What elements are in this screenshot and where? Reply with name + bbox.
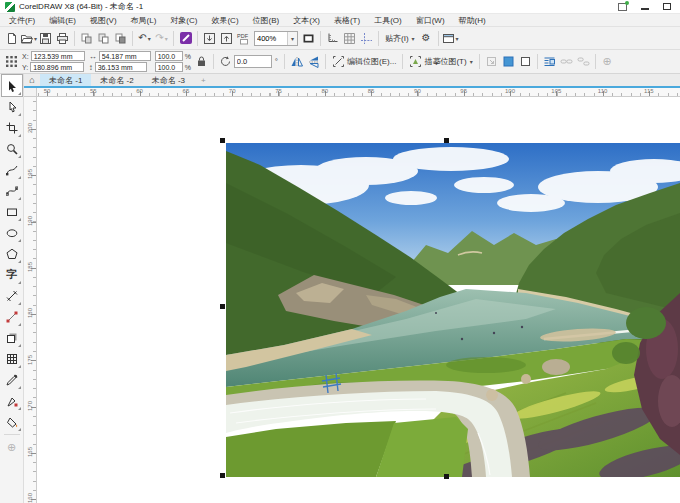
snap-to-button[interactable]: 贴齐(I)▾ [382,33,418,44]
vertical-ruler[interactable]: 200195190185180175170165160 [24,97,37,503]
edit-bitmap-button[interactable]: 编辑位图(E)... [329,55,399,68]
shape-tool[interactable] [2,96,22,117]
minimize-button[interactable] [641,8,649,10]
menu-item[interactable]: 视图(V) [83,15,124,26]
selection-handle[interactable] [220,138,225,143]
corel-logo-icon [5,2,15,12]
dropdown-icon: ▾ [148,35,151,42]
new-tab-button[interactable]: + [194,74,213,86]
save-button[interactable] [37,29,54,47]
zoom-level-combo[interactable]: ▾ [254,31,298,46]
document-tab[interactable]: 未命名 -2 [91,74,142,86]
color-eyedropper-tool[interactable] [2,369,22,390]
paste-icon [114,32,127,45]
application-launcher-button[interactable]: ▾ [442,29,459,47]
home-tab-button[interactable]: ⌂ [24,74,40,86]
rectangle-tool[interactable] [2,201,22,222]
scale-v-input[interactable] [155,62,183,72]
text-tool-icon: 字 [6,267,17,282]
ruler-origin-corner[interactable] [24,88,37,97]
mirror-horizontal-button[interactable] [288,53,305,71]
trace-bitmap-button[interactable]: 描摹位图(T)▾ [406,55,475,68]
group-objects-button[interactable] [558,53,575,71]
pick-tool-icon [6,80,18,92]
redo-icon: ↷ [155,33,163,43]
menu-item[interactable]: 布局(L) [124,15,164,26]
show-guidelines-button[interactable] [358,29,375,47]
lock-ratio-button[interactable] [193,53,210,71]
export-button[interactable] [218,29,235,47]
selection-handle[interactable] [444,474,449,479]
resample-button[interactable] [483,53,500,71]
polygon-tool[interactable] [2,243,22,264]
menu-item[interactable]: 对象(C) [163,15,204,26]
bitmap-frame-button[interactable] [517,53,534,71]
pick-tool[interactable] [2,75,22,96]
bitmap-mask-button[interactable] [500,53,517,71]
freehand-tool[interactable] [2,159,22,180]
redo-button[interactable]: ↷▾ [153,29,170,47]
options-button[interactable]: ⚙ [418,29,435,47]
object-width-input[interactable] [99,51,151,61]
menu-item[interactable]: 效果(C) [204,15,245,26]
copy-button[interactable] [95,29,112,47]
open-advanced-settings-button[interactable]: ⊕ [599,53,616,71]
mirror-vertical-button[interactable] [305,53,322,71]
menu-item[interactable]: 位图(B) [246,15,287,26]
y-position-input[interactable] [30,62,84,72]
bitmap-image[interactable] [226,143,680,477]
selection-handle[interactable] [220,473,225,478]
b-spline-tool-icon [6,185,18,197]
menu-item[interactable]: 文本(X) [286,15,327,26]
document-tab[interactable]: 未命名 -1 [40,74,91,86]
parallel-dimension-tool[interactable] [2,285,22,306]
import-icon [203,32,216,45]
publish-pdf-button[interactable]: PDF [235,29,252,47]
menu-item[interactable]: 窗口(W) [409,15,452,26]
zoom-tool[interactable] [2,138,22,159]
rotation-angle-input[interactable] [234,55,272,68]
object-height-input[interactable] [95,62,147,72]
customize-toolbox-button[interactable]: ⊕ [2,437,22,458]
cut-button[interactable] [78,29,95,47]
x-position-input[interactable] [31,51,85,61]
import-button[interactable] [201,29,218,47]
pdf-icon: PDF [236,32,252,45]
undo-button[interactable]: ↶▾ [136,29,153,47]
text-tool[interactable]: 字 [2,264,22,285]
selection-handle[interactable] [220,304,225,309]
document-tab[interactable]: 未命名 -3 [143,74,194,86]
mesh-fill-tool[interactable] [2,348,22,369]
account-status-icon[interactable] [618,3,627,11]
menu-item[interactable]: 编辑(E) [42,15,83,26]
crop-tool[interactable] [2,117,22,138]
search-content-button[interactable] [177,29,194,47]
print-button[interactable] [54,29,71,47]
menu-item[interactable]: 表格(T) [327,15,367,26]
paste-button[interactable] [112,29,129,47]
smart-fill-tool[interactable] [2,390,22,411]
maximize-button[interactable] [663,3,671,10]
open-button[interactable]: ▾ [20,29,37,47]
connector-tool[interactable] [2,306,22,327]
ruler-number: 170 [27,400,33,412]
fullscreen-preview-button[interactable] [300,29,317,47]
show-rulers-button[interactable] [324,29,341,47]
b-spline-tool[interactable] [2,180,22,201]
scale-h-input[interactable] [155,51,183,61]
selection-handle[interactable] [444,138,449,143]
ellipse-tool[interactable] [2,222,22,243]
interactive-fill-tool[interactable] [2,411,22,432]
zoom-level-input[interactable] [255,34,287,43]
drawing-canvas[interactable] [37,97,680,503]
dropdown-icon[interactable]: ▾ [287,32,297,45]
drop-shadow-tool[interactable] [2,327,22,348]
ungroup-objects-button[interactable] [575,53,592,71]
menu-item[interactable]: 帮助(H) [452,15,493,26]
menu-item[interactable]: 文件(F) [2,15,42,26]
menu-item[interactable]: 工具(O) [367,15,409,26]
horizontal-ruler[interactable]: 50556065707580859095100105110115 [37,88,680,97]
wrap-text-button[interactable] [541,53,558,71]
show-grid-button[interactable] [341,29,358,47]
new-document-button[interactable] [3,29,20,47]
